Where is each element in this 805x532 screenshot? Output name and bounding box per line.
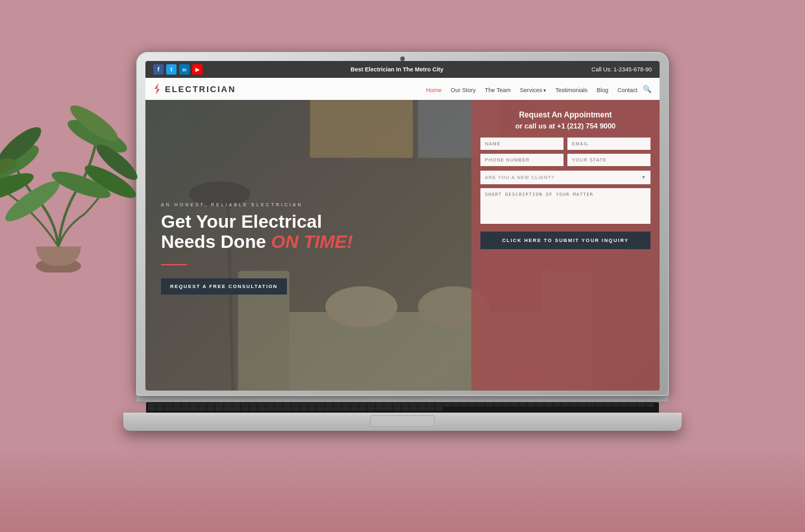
youtube-icon[interactable]: ▶ — [192, 64, 203, 75]
laptop-hinge — [136, 396, 669, 402]
nav-the-team[interactable]: The Team — [485, 87, 511, 93]
top-bar: f t in ▶ Best Electrician In The Metro C… — [145, 61, 660, 78]
nav-services[interactable]: Services — [520, 87, 547, 93]
key — [334, 407, 341, 411]
key — [224, 407, 232, 411]
key — [266, 407, 274, 411]
key — [190, 407, 198, 411]
key — [553, 404, 561, 407]
camera — [401, 56, 405, 61]
key — [502, 404, 510, 407]
svg-point-6 — [49, 166, 113, 203]
nav-testimonials[interactable]: Testimonials — [555, 87, 588, 93]
key — [300, 407, 308, 411]
key — [317, 404, 325, 407]
key — [376, 407, 384, 411]
nav-contact[interactable]: Contact — [617, 87, 638, 93]
key — [629, 404, 637, 407]
key — [182, 407, 190, 411]
laptop-base — [123, 413, 682, 431]
key — [334, 404, 341, 407]
key — [199, 407, 206, 411]
key — [612, 404, 620, 407]
form-row-1 — [480, 138, 650, 150]
key — [477, 404, 485, 407]
key — [182, 404, 190, 407]
hero-content: An Honest, Reliable Electrician Get Your… — [145, 100, 471, 391]
key — [249, 407, 257, 411]
laptop: f t in ▶ Best Electrician In The Metro C… — [123, 52, 682, 493]
key — [418, 407, 426, 411]
state-input[interactable] — [567, 154, 650, 166]
key — [266, 404, 274, 407]
key — [300, 404, 308, 407]
nav-our-story[interactable]: Our Story — [451, 87, 476, 93]
social-icons: f t in ▶ — [153, 64, 203, 75]
key — [291, 404, 299, 407]
key — [224, 404, 232, 407]
key — [291, 407, 299, 411]
svg-point-3 — [64, 114, 130, 158]
key — [283, 407, 291, 411]
key — [427, 404, 434, 407]
appointment-phone: or call us at +1 (212) 754 9000 — [480, 122, 650, 130]
name-input[interactable] — [480, 138, 564, 150]
email-input[interactable] — [567, 138, 650, 150]
description-textarea[interactable] — [480, 188, 650, 224]
hero-divider — [161, 264, 187, 265]
key — [148, 404, 156, 407]
hero-title: Get Your Electrical Needs Done ON TIME! — [161, 212, 458, 252]
submit-button[interactable]: CLICK HERE TO SUBMIT YOUR INQUIRY — [480, 232, 650, 249]
key — [578, 404, 586, 407]
key — [308, 404, 316, 407]
key — [418, 404, 426, 407]
key — [494, 404, 502, 407]
search-icon[interactable]: 🔍 — [643, 85, 652, 93]
key — [511, 404, 519, 407]
linkedin-icon[interactable]: in — [179, 64, 190, 75]
nav-home[interactable]: Home — [426, 87, 441, 93]
key — [359, 404, 367, 407]
key — [519, 404, 527, 407]
key — [241, 404, 249, 407]
key — [283, 404, 291, 407]
phone-input[interactable] — [480, 154, 564, 166]
key — [638, 404, 645, 407]
key — [207, 404, 215, 407]
key — [393, 404, 401, 407]
key — [401, 404, 409, 407]
svg-point-1 — [0, 139, 43, 186]
twitter-icon[interactable]: t — [166, 64, 177, 75]
key — [486, 404, 493, 407]
facebook-icon[interactable]: f — [153, 64, 164, 75]
key — [173, 407, 181, 411]
key — [393, 407, 401, 411]
key — [232, 407, 240, 411]
key — [148, 407, 156, 411]
cta-button[interactable]: REQUEST A FREE CONSULTATION — [161, 278, 287, 295]
key — [232, 404, 240, 407]
tagline: Best Electrician In The Metro City — [351, 66, 443, 73]
key — [241, 407, 249, 411]
trackpad[interactable] — [370, 415, 435, 427]
key — [165, 404, 173, 407]
key — [435, 407, 443, 411]
svg-point-0 — [36, 258, 81, 272]
navigation: ELECTRICIAN Home Our Story The Team Serv… — [145, 78, 660, 100]
key — [545, 404, 552, 407]
svg-point-5 — [1, 175, 64, 227]
key — [621, 404, 628, 407]
website: f t in ▶ Best Electrician In The Metro C… — [145, 61, 660, 391]
key — [435, 404, 443, 407]
key — [190, 404, 198, 407]
nav-blog[interactable]: Blog — [597, 87, 608, 93]
logo-icon — [153, 83, 161, 95]
key — [325, 407, 333, 411]
client-select[interactable]: ARE YOU A NEW CLIENT? Yes, I am a new cl… — [480, 171, 650, 184]
key — [351, 407, 358, 411]
screen-bezel: f t in ▶ Best Electrician In The Metro C… — [136, 52, 669, 396]
svg-point-2 — [0, 167, 36, 209]
key — [646, 404, 654, 407]
key — [258, 404, 266, 407]
key — [604, 404, 612, 407]
